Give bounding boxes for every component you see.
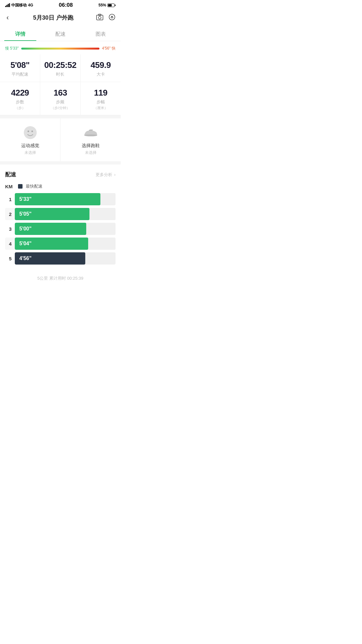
shoe-sublabel: 未选择 — [85, 150, 97, 155]
calories-value: 459.9 — [83, 60, 118, 70]
bar-fill-5: 4'56" — [15, 252, 85, 265]
bar-fill-3: 5'00" — [15, 223, 86, 235]
back-button[interactable]: ‹ — [5, 12, 10, 23]
shoe-cell[interactable]: 选择跑鞋 未选择 — [60, 118, 121, 161]
more-analysis-button[interactable]: 更多分析 › — [95, 172, 116, 178]
section-divider-1 — [0, 115, 121, 118]
bar-row-3: 3 5'00" — [5, 223, 116, 235]
bar-outer-3: 5'00" — [15, 223, 116, 235]
bar-outer-4: 5'04" — [15, 238, 116, 250]
cadence-value: 163 — [43, 88, 78, 98]
status-right: 55% — [98, 3, 116, 7]
chart-header: KM 最快配速 — [5, 183, 116, 189]
stats-row-2: 4229 步数 （步） 163 步频 （步/分钟） 119 步幅 （厘米） — [0, 82, 121, 115]
stats-section-1: 5'08" 平均配速 00:25:52 时长 459.9 大卡 — [0, 54, 121, 82]
bar-chart: 1 5'33" 2 5'05" 3 5'00" — [5, 193, 116, 272]
steps-sublabel: （步） — [3, 106, 37, 110]
header: ‹ 5月30日 户外跑 — [0, 10, 121, 27]
pace-color-bar-section: 慢 5'33" 4'56" 快 — [0, 41, 121, 54]
km-4: 4 — [5, 241, 15, 247]
bar-fill-1: 5'33" — [15, 193, 100, 205]
network-label: 4G — [28, 3, 33, 7]
bar-row-2: 2 5'05" — [5, 208, 116, 220]
gradient-bar — [21, 48, 99, 50]
shoe-label: 选择跑鞋 — [82, 143, 100, 149]
stats-section-2: 4229 步数 （步） 163 步频 （步/分钟） 119 步幅 （厘米） — [0, 82, 121, 115]
tab-detail[interactable]: 详情 — [0, 27, 40, 41]
tab-bar: 详情 配速 图表 — [0, 27, 121, 41]
bar-outer-5: 4'56" — [15, 252, 116, 265]
footer-note: 5公里 累计用时 00:25:39 — [0, 272, 121, 288]
fastest-badge-icon — [18, 184, 23, 189]
feeling-label: 运动感觉 — [21, 143, 39, 149]
feeling-sublabel: 未选择 — [24, 150, 36, 155]
bar-time-3: 5'00" — [19, 226, 32, 232]
shoe-icon — [83, 125, 98, 140]
svg-point-5 — [24, 126, 37, 139]
pace-fast-label: 4'56" 快 — [102, 46, 116, 51]
smiley-icon — [23, 125, 38, 140]
km-3: 3 — [5, 226, 15, 232]
status-left: 中国移动 4G — [5, 3, 33, 8]
calories-label: 大卡 — [83, 71, 118, 77]
pace-section-header: 配速 更多分析 › — [5, 171, 116, 178]
bar-row-5: 5 4'56" — [5, 252, 116, 265]
battery-percent: 55% — [98, 3, 106, 7]
steps-value: 4229 — [3, 88, 37, 98]
bar-time-4: 5'04" — [19, 241, 32, 247]
upload-icon[interactable] — [108, 14, 116, 22]
stride-sublabel: （厘米） — [83, 106, 118, 110]
bar-fill-2: 5'05" — [15, 208, 89, 220]
bar-time-5: 4'56" — [19, 256, 32, 261]
bar-fill-4: 5'04" — [15, 238, 88, 250]
bar-time-2: 5'05" — [19, 211, 32, 217]
carrier-label: 中国移动 — [11, 3, 27, 8]
pace-section-title: 配速 — [5, 171, 16, 178]
stat-cadence: 163 步频 （步/分钟） — [40, 82, 80, 115]
stats-row-1: 5'08" 平均配速 00:25:52 时长 459.9 大卡 — [0, 54, 121, 82]
cadence-label: 步频 — [43, 99, 78, 105]
status-bar: 中国移动 4G 06:08 55% — [0, 0, 121, 10]
battery-icon — [107, 4, 116, 7]
svg-rect-2 — [98, 14, 101, 15]
stat-calories: 459.9 大卡 — [81, 54, 121, 82]
bar-outer-1: 5'33" — [15, 193, 116, 205]
bar-time-1: 5'33" — [19, 196, 32, 202]
steps-label: 步数 — [3, 99, 37, 105]
duration-label: 时长 — [43, 71, 78, 77]
km-2: 2 — [5, 211, 15, 217]
pace-slow-label: 慢 5'33" — [5, 46, 19, 51]
stat-duration: 00:25:52 时长 — [40, 54, 80, 82]
avg-pace-label: 平均配速 — [3, 71, 37, 77]
fastest-label: 最快配速 — [26, 183, 42, 189]
tab-chart[interactable]: 图表 — [80, 27, 121, 41]
signal-icon — [5, 3, 10, 7]
bar-row-4: 4 5'04" — [5, 238, 116, 250]
svg-point-8 — [84, 135, 97, 136]
status-time: 06:08 — [59, 2, 73, 8]
extras-section: 运动感觉 未选择 选择跑鞋 未选择 — [0, 118, 121, 161]
stride-label: 步幅 — [83, 99, 118, 105]
stat-steps: 4229 步数 （步） — [0, 82, 40, 115]
pace-section: 配速 更多分析 › KM 最快配速 1 5'33" 2 5'05" — [0, 164, 121, 272]
duration-value: 00:25:52 — [43, 60, 78, 70]
avg-pace-value: 5'08" — [3, 60, 37, 70]
page-title: 5月30日 户外跑 — [33, 14, 73, 22]
km-1: 1 — [5, 197, 15, 202]
header-icons — [96, 14, 116, 22]
stride-value: 119 — [83, 88, 118, 98]
bar-outer-2: 5'05" — [15, 208, 116, 220]
km-5: 5 — [5, 256, 15, 261]
km-label: KM — [5, 184, 15, 189]
svg-point-1 — [98, 16, 101, 19]
feeling-cell[interactable]: 运动感觉 未选择 — [0, 118, 60, 161]
tab-pace[interactable]: 配速 — [40, 27, 80, 41]
bar-row-1: 1 5'33" — [5, 193, 116, 205]
cadence-sublabel: （步/分钟） — [43, 106, 78, 110]
stat-stride: 119 步幅 （厘米） — [81, 82, 121, 115]
stat-avg-pace: 5'08" 平均配速 — [0, 54, 40, 82]
chevron-right-icon: › — [114, 172, 116, 177]
section-divider-2 — [0, 161, 121, 164]
svg-point-6 — [27, 131, 29, 132]
camera-icon[interactable] — [96, 14, 103, 22]
